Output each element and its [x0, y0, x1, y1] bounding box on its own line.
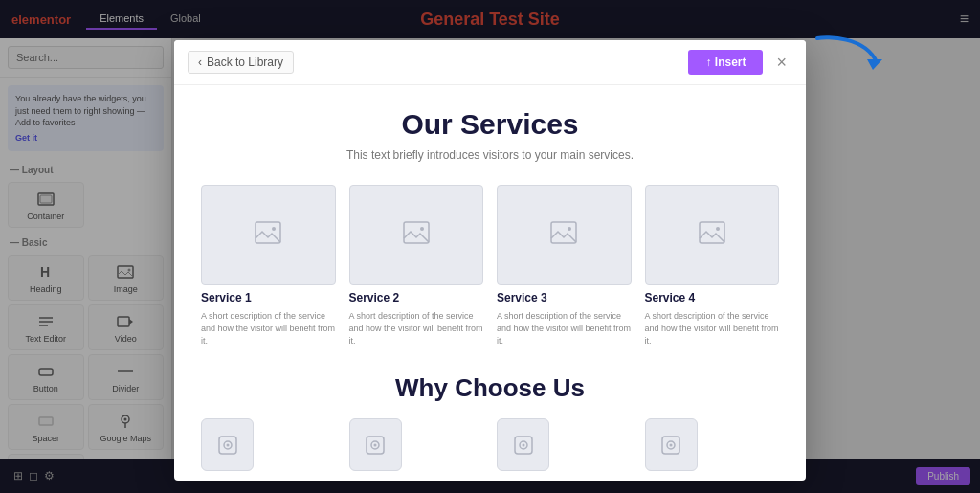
service-card-4: Service 4 A short description of the ser…: [645, 185, 780, 347]
why-icons-row: [201, 418, 779, 471]
service-img-2: [349, 185, 484, 285]
service-card-1: Service 1 A short description of the ser…: [201, 185, 336, 347]
svg-point-28: [226, 443, 229, 446]
service-title-4: Service 4: [645, 291, 780, 304]
service-img-3: [497, 185, 632, 285]
why-icon-3: [497, 418, 549, 471]
svg-point-34: [522, 443, 524, 446]
service-title-2: Service 2: [349, 291, 484, 304]
why-icon-4: [645, 418, 698, 471]
service-card-2: Service 2 A short description of the ser…: [349, 185, 484, 347]
service-img-placeholder-4: [699, 221, 725, 249]
services-grid: Service 1 A short description of the ser…: [201, 185, 779, 347]
svg-rect-18: [256, 222, 280, 243]
service-desc-2: A short description of the service and h…: [349, 310, 484, 347]
why-section: Why Choose Us: [201, 373, 779, 471]
svg-rect-20: [404, 222, 429, 243]
back-label: Back to Library: [207, 56, 283, 69]
svg-marker-17: [867, 59, 882, 70]
svg-point-21: [420, 227, 424, 231]
close-button[interactable]: ×: [770, 51, 792, 75]
svg-rect-22: [551, 222, 576, 243]
svg-point-25: [716, 227, 720, 231]
service-desc-3: A short description of the service and h…: [497, 310, 632, 347]
service-desc-4: A short description of the service and h…: [645, 310, 780, 347]
back-chevron-icon: ‹: [198, 56, 202, 69]
modal: ‹ Back to Library ↑ Insert × Our Service…: [174, 40, 806, 481]
back-to-library-button[interactable]: ‹ Back to Library: [188, 51, 294, 74]
service-img-4: [645, 185, 780, 285]
service-title-1: Service 1: [201, 291, 336, 304]
service-img-placeholder-1: [255, 221, 281, 249]
svg-point-23: [568, 227, 571, 231]
svg-point-19: [272, 227, 276, 231]
hero-title: Our Services: [201, 108, 779, 141]
why-icon-1: [201, 418, 254, 471]
svg-point-31: [374, 443, 377, 446]
insert-button[interactable]: ↑ Insert: [688, 50, 763, 75]
service-img-placeholder-2: [403, 221, 430, 249]
service-img-1: [201, 185, 336, 285]
modal-content: Our Services This text briefly introduce…: [174, 85, 806, 481]
why-title: Why Choose Us: [201, 373, 779, 403]
why-icon-2: [349, 418, 402, 471]
service-card-3: Service 3 A short description of the ser…: [497, 185, 632, 347]
svg-rect-24: [700, 222, 724, 243]
hero-section: Our Services This text briefly introduce…: [201, 108, 779, 162]
modal-header: ‹ Back to Library ↑ Insert ×: [174, 40, 806, 85]
service-title-3: Service 3: [497, 291, 632, 304]
service-desc-1: A short description of the service and h…: [201, 310, 336, 347]
svg-point-37: [670, 443, 673, 446]
service-img-placeholder-3: [550, 221, 577, 249]
hero-subtitle: This text briefly introduces visitors to…: [201, 148, 779, 162]
blue-arrow: [808, 29, 884, 90]
